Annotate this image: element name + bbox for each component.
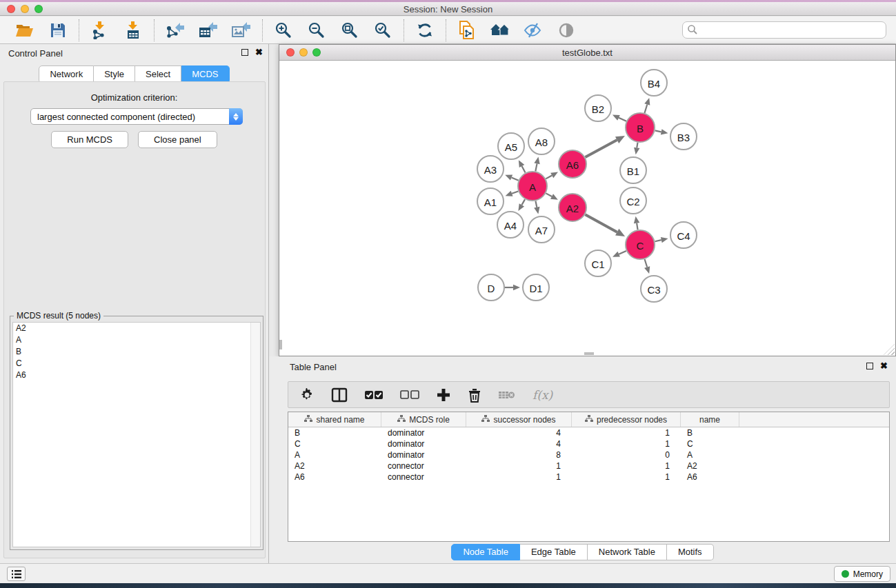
tab-edge-table[interactable]: Edge Table xyxy=(520,544,588,560)
deselect-all-icon[interactable] xyxy=(400,385,419,405)
edge-C-C3[interactable] xyxy=(645,259,648,267)
column-header-predecessor-nodes[interactable]: predecessor nodes xyxy=(572,412,681,427)
table-cell[interactable]: A6 xyxy=(681,472,739,482)
float-panel-icon[interactable] xyxy=(241,49,248,56)
home-icon[interactable] xyxy=(489,19,511,41)
table-cell[interactable]: dominator xyxy=(381,428,466,438)
horizontal-scroll-thumb[interactable] xyxy=(584,352,594,355)
edge-A-A5[interactable] xyxy=(522,166,526,172)
table-row[interactable]: A6connector11A6 xyxy=(288,472,889,483)
table-cell[interactable]: 1 xyxy=(572,472,681,482)
import-table-icon[interactable] xyxy=(122,19,144,41)
column-header-successor-nodes[interactable]: successor nodes xyxy=(466,412,572,427)
edge-A6-B[interactable] xyxy=(585,140,617,157)
edge-A-A1[interactable] xyxy=(512,191,518,193)
edge-B-B4[interactable] xyxy=(644,105,647,113)
table-cell[interactable]: 1 xyxy=(466,472,572,482)
table-cell[interactable]: 0 xyxy=(572,450,681,460)
table-cell[interactable]: A2 xyxy=(288,461,381,471)
column-header-name[interactable]: name xyxy=(681,412,739,427)
open-file-icon[interactable] xyxy=(14,19,36,41)
zoom-in-icon[interactable] xyxy=(272,19,295,41)
import-network-icon[interactable] xyxy=(89,19,111,41)
table-cell[interactable]: 1 xyxy=(572,439,681,449)
edge-A-A4[interactable] xyxy=(521,199,525,205)
table-cell[interactable]: A xyxy=(288,450,381,460)
table-cell[interactable]: 4 xyxy=(466,439,572,449)
export-network-icon[interactable] xyxy=(164,19,186,41)
edge-A2-C[interactable] xyxy=(585,214,617,232)
table-cell[interactable]: C xyxy=(681,439,739,449)
tab-motifs[interactable]: Motifs xyxy=(667,544,714,560)
result-item[interactable]: B xyxy=(13,346,260,358)
table-cell[interactable]: dominator xyxy=(381,450,466,460)
table-cell[interactable]: 4 xyxy=(466,428,572,438)
table-row[interactable]: Bdominator41B xyxy=(288,427,889,438)
mcds-result-list[interactable]: A2ABCA6 xyxy=(12,322,261,547)
zoom-fit-icon[interactable] xyxy=(339,19,361,41)
table-cell[interactable]: A xyxy=(681,450,739,460)
column-view-icon[interactable] xyxy=(331,385,348,405)
refresh-icon[interactable] xyxy=(414,19,436,41)
clone-network-icon[interactable] xyxy=(456,19,478,41)
float-table-panel-icon[interactable] xyxy=(866,363,873,369)
tab-network-table[interactable]: Network Table xyxy=(588,544,667,560)
table-row[interactable]: Adominator80A xyxy=(288,449,889,460)
table-cell[interactable]: A6 xyxy=(288,472,381,482)
table-cell[interactable]: 1 xyxy=(572,428,681,438)
table-cell[interactable]: 1 xyxy=(572,461,681,471)
network-window-titlebar[interactable]: testGlobe.txt xyxy=(279,45,895,61)
table-row[interactable]: Cdominator41C xyxy=(288,438,889,449)
zoom-out-icon[interactable] xyxy=(306,19,328,41)
select-all-icon[interactable] xyxy=(364,385,384,405)
add-column-icon[interactable] xyxy=(436,385,451,405)
edge-B-B2[interactable] xyxy=(619,118,626,121)
run-mcds-button[interactable]: Run MCDS xyxy=(51,131,128,148)
edge-A-A3[interactable] xyxy=(512,178,519,181)
table-cell[interactable]: connector xyxy=(381,461,466,471)
save-session-icon[interactable] xyxy=(47,19,69,41)
search-input[interactable] xyxy=(682,21,886,39)
result-item[interactable]: A xyxy=(13,334,260,346)
delete-column-icon[interactable] xyxy=(468,385,481,405)
settings-gear-icon[interactable] xyxy=(299,385,315,405)
export-table-icon[interactable] xyxy=(197,19,219,41)
table-cell[interactable]: 8 xyxy=(466,450,572,460)
edge-B-B1[interactable] xyxy=(637,143,637,148)
table-cell[interactable]: dominator xyxy=(381,439,466,449)
zoom-selected-icon[interactable] xyxy=(372,19,394,41)
close-panel-icon[interactable]: ✖ xyxy=(255,49,263,56)
close-panel-button[interactable]: Close panel xyxy=(138,131,217,148)
edge-A-A2[interactable] xyxy=(546,193,552,196)
edge-C-C2[interactable] xyxy=(637,223,638,230)
table-cell[interactable]: C xyxy=(288,439,381,449)
edge-B-B3[interactable] xyxy=(655,130,661,132)
network-graph[interactable]: B4B2BB3A8A5A6A3B1AA1C2A2A4A7C4CC1C3DD1 xyxy=(279,61,895,356)
result-item[interactable]: C xyxy=(13,358,260,369)
result-item[interactable]: A2 xyxy=(13,323,260,334)
memory-button[interactable]: Memory xyxy=(834,566,890,582)
network-canvas[interactable]: B4B2BB3A8A5A6A3B1AA1C2A2A4A7C4CC1C3DD1 xyxy=(279,61,895,356)
result-scrollbar[interactable] xyxy=(250,323,260,547)
edge-A-A8[interactable] xyxy=(535,163,537,171)
result-item[interactable]: A6 xyxy=(13,369,260,381)
edge-C-C1[interactable] xyxy=(619,251,626,254)
table-cell[interactable]: B xyxy=(288,428,381,438)
column-header-MCDS-role[interactable]: MCDS role xyxy=(381,412,466,427)
show-graphic-details-icon[interactable] xyxy=(555,19,577,41)
table-row[interactable]: A2connector11A2 xyxy=(288,460,889,472)
export-image-icon[interactable] xyxy=(230,19,252,41)
table-cell[interactable]: B xyxy=(681,428,739,438)
vertical-scroll-thumb[interactable] xyxy=(279,340,282,349)
hide-details-icon[interactable] xyxy=(522,19,544,41)
edge-A-A7[interactable] xyxy=(535,201,537,207)
table-cell[interactable]: 1 xyxy=(466,461,572,471)
edge-C-C4[interactable] xyxy=(655,240,661,241)
function-builder-icon[interactable]: f(x) xyxy=(532,385,552,405)
table-cell[interactable]: A2 xyxy=(681,461,739,471)
table-cell[interactable]: connector xyxy=(381,472,466,482)
tab-node-table[interactable]: Node Table xyxy=(451,544,520,560)
column-header-shared-name[interactable]: shared name xyxy=(288,412,381,427)
edge-A-A6[interactable] xyxy=(546,175,552,179)
optimization-criterion-select[interactable]: largest connected component (directed) xyxy=(30,108,243,125)
